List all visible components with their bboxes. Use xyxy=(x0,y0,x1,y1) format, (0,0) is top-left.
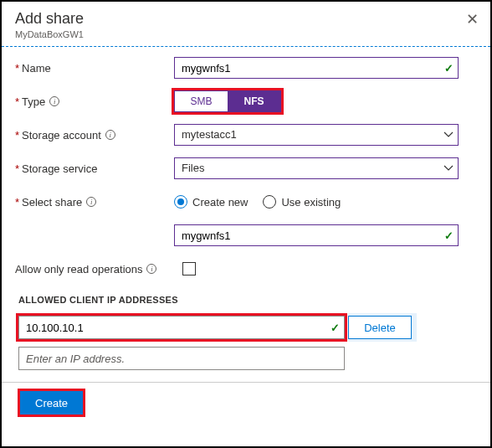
check-icon: ✓ xyxy=(444,229,454,242)
check-icon: ✓ xyxy=(331,322,340,334)
delete-ip-button[interactable]: Delete xyxy=(348,316,412,339)
radio-label: Use existing xyxy=(281,196,341,209)
radio-label: Create new xyxy=(192,196,248,209)
row-read-only: Allow only read operations i xyxy=(15,258,477,280)
radio-icon xyxy=(174,195,187,209)
storage-service-select[interactable]: Files xyxy=(174,157,459,179)
footer-divider xyxy=(2,382,490,383)
label-read-only: Allow only read operations i xyxy=(15,263,182,275)
close-icon[interactable]: ✕ xyxy=(466,10,479,28)
ip-entry-row: ✓ Delete xyxy=(15,313,477,342)
row-name: *Name ✓ xyxy=(15,57,477,79)
row-storage-service: *Storage service Files xyxy=(15,157,477,179)
radio-icon xyxy=(263,195,276,209)
row-select-share: *Select share i Create new Use existing xyxy=(15,191,477,213)
radio-use-existing[interactable]: Use existing xyxy=(263,195,341,209)
panel-header: Add share MyDataBoxGW1 ✕ xyxy=(2,2,490,44)
label-storage-service: *Storage service xyxy=(15,162,174,175)
storage-account-select[interactable]: mytestacc1 xyxy=(174,124,459,146)
row-share-value: ✓ xyxy=(15,224,477,246)
label-name: *Name xyxy=(15,62,174,75)
label-storage-account: *Storage account i xyxy=(15,129,174,142)
form-body: *Name ✓ *Type i SMB NFS *Storage account… xyxy=(2,57,490,370)
label-type: *Type i xyxy=(15,95,174,108)
label-select-share: *Select share i xyxy=(15,196,174,209)
create-button[interactable]: Create xyxy=(20,391,83,415)
select-share-radio-group: Create new Use existing xyxy=(174,195,341,209)
radio-create-new[interactable]: Create new xyxy=(174,195,248,209)
header-divider xyxy=(2,46,490,47)
info-icon[interactable]: i xyxy=(105,130,115,140)
share-name-input[interactable] xyxy=(174,224,459,246)
panel-subtitle: MyDataBoxGW1 xyxy=(15,29,477,39)
check-icon: ✓ xyxy=(444,62,454,75)
info-icon[interactable]: i xyxy=(49,96,59,106)
row-type: *Type i SMB NFS xyxy=(15,90,477,112)
type-option-smb[interactable]: SMB xyxy=(175,91,228,111)
type-segmented: SMB NFS xyxy=(174,90,281,112)
type-option-nfs[interactable]: NFS xyxy=(228,91,280,111)
info-icon[interactable]: i xyxy=(86,197,96,207)
row-storage-account: *Storage account i mytestacc1 xyxy=(15,124,477,146)
ip-address-new-input[interactable] xyxy=(18,347,345,370)
panel-title: Add share xyxy=(15,10,477,28)
name-input[interactable] xyxy=(174,57,459,79)
ip-address-input[interactable] xyxy=(18,316,345,339)
ip-new-row xyxy=(15,347,477,370)
read-only-checkbox[interactable] xyxy=(182,262,196,275)
ip-section-header: ALLOWED CLIENT IP ADDRESSES xyxy=(15,295,477,305)
info-icon[interactable]: i xyxy=(146,264,156,274)
